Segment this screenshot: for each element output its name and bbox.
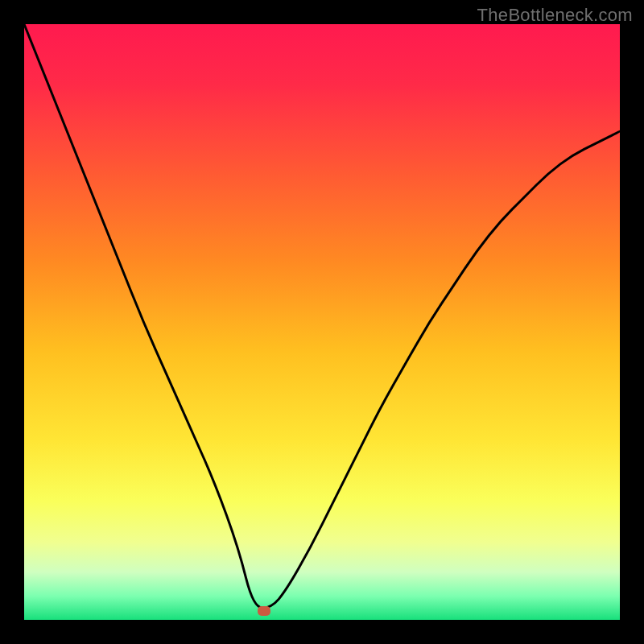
bottleneck-curve [24, 24, 620, 608]
chart-frame: TheBottleneck.com [0, 0, 644, 644]
optimal-point-marker [258, 606, 270, 616]
curve-svg [24, 24, 620, 620]
watermark-text: TheBottleneck.com [477, 5, 633, 26]
plot-area [24, 24, 620, 620]
